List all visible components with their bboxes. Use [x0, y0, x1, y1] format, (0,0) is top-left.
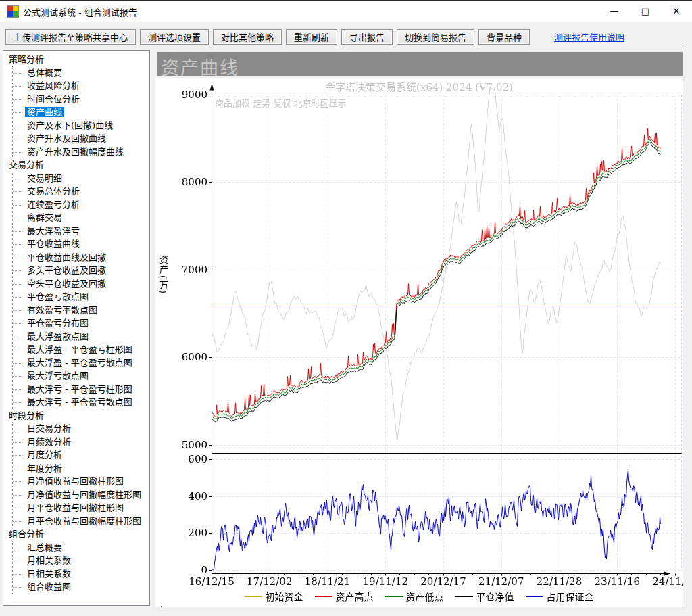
tree-item[interactable]: 月度分析	[13, 448, 149, 462]
legend-item: 资产高点	[315, 590, 374, 603]
minimize-button[interactable]: —	[599, 1, 630, 22]
legend-swatch	[245, 596, 262, 597]
tree-item[interactable]: 平仓收益曲线	[13, 237, 149, 251]
tree-item[interactable]: 组合收益图	[13, 580, 149, 594]
tree-item-label: 最大浮盈散点图	[25, 331, 91, 341]
tree-item[interactable]: 日相关系数	[13, 567, 149, 581]
legend-item: 初始资金	[245, 590, 303, 603]
tree-children: 交易明细交易总体分析连续盈亏分析离群交易最大浮盈浮亏平仓收益曲线平仓收益曲线及回…	[12, 172, 149, 409]
toolbar-button[interactable]: 导出报告	[341, 29, 393, 45]
chart-legend: 初始资金资产高点资产低点平仓净值占用保证金	[155, 590, 683, 603]
chart-watermark: 商品加权 走势 复权 北京时区显示	[215, 96, 346, 109]
tree-item[interactable]: 最大浮亏 - 平仓盈亏柱形图	[13, 383, 149, 396]
x-axis-tick-label: 20/12/17	[414, 575, 472, 588]
legend-label: 初始资金	[266, 590, 303, 603]
tree-item[interactable]: 最大浮盈 - 平仓盈亏柱形图	[13, 343, 149, 356]
tree-item[interactable]: 总体概要	[13, 66, 149, 80]
tree-item-label: 空头平仓收益及回撤	[25, 279, 108, 289]
tree-item[interactable]: 月绩效分析	[13, 435, 149, 449]
tree-item-label: 离群交易	[25, 212, 64, 222]
y-axis-tick-label: 8000	[155, 176, 207, 188]
report-help-link[interactable]: 测评报告使用说明	[554, 30, 624, 43]
toolbar-button[interactable]: 上传测评报告至策略共享中心	[5, 29, 136, 45]
tree-section-label[interactable]: 组合分析	[3, 527, 149, 541]
x-axis-tick-label: 23/11/16	[588, 575, 646, 588]
tree-item[interactable]: 平仓盈亏分布图	[13, 316, 149, 330]
tree-item[interactable]: 最大浮亏散点图	[13, 369, 149, 383]
tree-item[interactable]: 年度分析	[13, 462, 149, 475]
tree-item-label: 资产升水及回撤幅度曲线	[25, 147, 126, 157]
tree-item[interactable]: 月平仓收益与回撤柱形图	[13, 501, 149, 515]
tree-item[interactable]: 最大浮盈浮亏	[13, 224, 149, 238]
x-axis-tick-label: 22/11/28	[530, 575, 589, 588]
toolbar-button[interactable]: 背景品种	[478, 29, 530, 45]
tree-section-label[interactable]: 策略分析	[3, 53, 149, 66]
x-axis-tick-label: 16/12/15	[182, 575, 241, 588]
legend-label: 平仓净值	[476, 590, 514, 603]
report-section-title: 资产曲线	[161, 53, 239, 80]
x-axis-tick-label: 24/11/08	[646, 575, 683, 588]
tree-item[interactable]: 汇总概要	[13, 541, 149, 554]
y-axis-tick-label: 9000	[155, 89, 207, 101]
tree-item[interactable]: 资产及水下(回撤)曲线	[13, 119, 149, 133]
tree-item[interactable]: 离群交易	[13, 211, 149, 224]
tree-item[interactable]: 月净值收益与回撤幅度柱形图	[13, 488, 149, 502]
clipped-next-section-text: 占	[157, 603, 166, 607]
legend-swatch	[455, 596, 473, 597]
tree-item[interactable]: 月净值收益与回撤柱形图	[13, 475, 149, 488]
tree-item[interactable]: 连续盈亏分析	[13, 198, 149, 212]
tree-children: 总体概要收益风险分析时间仓位分析资产曲线资产及水下(回撤)曲线资产升水及回撤曲线…	[12, 66, 149, 159]
tree-item-label: 交易明细	[25, 173, 64, 183]
sidebar-tree: 策略分析总体概要收益风险分析时间仓位分析资产曲线资产及水下(回撤)曲线资产升水及…	[3, 50, 150, 606]
tree-item-label: 多头平仓收益及回撤	[25, 265, 108, 275]
chart-title: 金字塔决策交易系统(x64) 2024 (V7.02)	[155, 79, 683, 93]
tree-item[interactable]: 时间仓位分析	[13, 93, 149, 106]
tree-section-label[interactable]: 交易分析	[3, 158, 149, 172]
tree-item[interactable]: 有效盈亏率散点图	[13, 304, 149, 317]
tree-item[interactable]: 交易明细	[13, 172, 149, 185]
maximize-button[interactable]: □	[630, 1, 661, 22]
tree-item[interactable]: 月相关系数	[13, 554, 149, 567]
tree-item[interactable]: 平仓收益曲线及回撤	[13, 251, 149, 264]
tree-item[interactable]: 月平仓收益与回撤幅度柱形图	[13, 515, 149, 528]
tree-item[interactable]: 收益风险分析	[13, 79, 149, 93]
tree-item[interactable]: 空头平仓收益及回撤	[13, 277, 149, 291]
tree-item-label: 资产升水及回撤曲线	[25, 133, 108, 143]
y-axis-tick-label: 6000	[155, 351, 207, 363]
tree-item[interactable]: 资产升水及回撤幅度曲线	[13, 145, 149, 159]
tree-item[interactable]: 最大浮亏 - 平仓盈亏散点图	[13, 396, 149, 409]
tree-item[interactable]: 资产曲线	[13, 105, 149, 119]
tree-item-label: 月度分析	[25, 450, 64, 460]
tree-item-label: 收益风险分析	[25, 80, 82, 91]
tree-section-label[interactable]: 时段分析	[3, 409, 149, 423]
tree-item[interactable]: 资产升水及回撤曲线	[13, 132, 149, 145]
tree-item-label: 最大浮盈 - 平仓盈亏散点图	[25, 358, 134, 368]
app-icon	[7, 5, 19, 18]
toolbar-button[interactable]: 切换到简易报告	[397, 29, 474, 45]
tree-item-label: 月净值收益与回撤柱形图	[25, 476, 126, 486]
tree-item-label: 平仓盈亏分布图	[25, 318, 91, 328]
y-axis-tick-label: 5000	[155, 439, 207, 451]
legend-label: 资产高点	[336, 590, 374, 603]
tree-item[interactable]: 日交易分析	[13, 422, 149, 435]
close-button[interactable]: ✕	[661, 1, 692, 22]
toolbar-button[interactable]: 对比其他策略	[213, 29, 282, 45]
toolbar-button[interactable]: 测评选项设置	[140, 29, 209, 45]
tree-item[interactable]: 多头平仓收益及回撤	[13, 264, 149, 277]
legend-swatch	[526, 596, 543, 597]
legend-item: 平仓净值	[455, 590, 514, 603]
tree-item-label: 最大浮亏 - 平仓盈亏散点图	[25, 397, 134, 407]
tree-item[interactable]: 最大浮盈 - 平仓盈亏散点图	[13, 356, 149, 370]
legend-swatch	[385, 596, 403, 597]
tree-item[interactable]: 最大浮盈散点图	[13, 330, 149, 343]
report-header: 资产曲线	[157, 52, 683, 76]
tree-item-label: 交易总体分析	[25, 186, 82, 196]
toolbar-button[interactable]: 重新刷新	[286, 29, 337, 45]
tree-children: 日交易分析月绩效分析月度分析年度分析月净值收益与回撤柱形图月净值收益与回撤幅度柱…	[12, 422, 149, 527]
legend-label: 资产低点	[406, 590, 444, 603]
tree-item-label: 日相关系数	[25, 569, 73, 579]
tree-item-label: 年度分析	[25, 463, 64, 473]
tree-item[interactable]: 交易总体分析	[13, 185, 149, 198]
tree-item[interactable]: 平仓盈亏散点图	[13, 290, 149, 304]
tree-item-label: 最大浮盈 - 平仓盈亏柱形图	[25, 344, 134, 354]
